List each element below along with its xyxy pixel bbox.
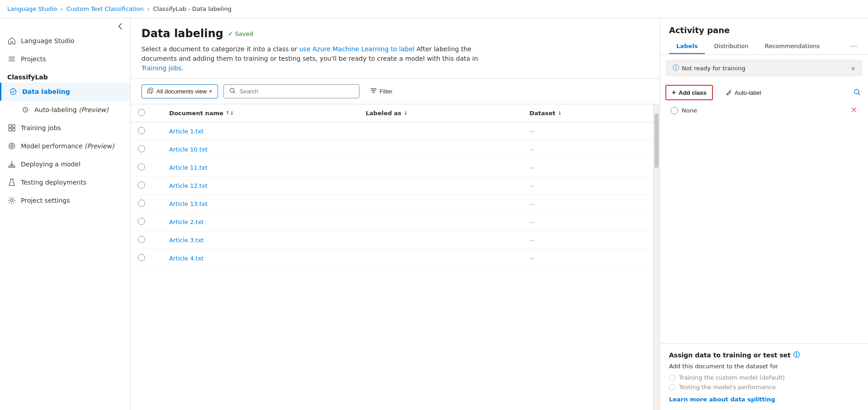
- dataset-cell: --: [522, 122, 653, 141]
- add-class-label: Add class: [679, 89, 706, 96]
- sidebar-item-testing-deployments[interactable]: Testing deployments: [0, 173, 130, 191]
- doc-link-4[interactable]: Article 13.txt: [169, 200, 207, 207]
- training-radio[interactable]: [669, 375, 675, 381]
- svg-point-17: [854, 89, 859, 94]
- data-labeling-icon: [9, 87, 18, 96]
- table-row: Article 11.txt --: [131, 159, 653, 177]
- sidebar-deploying-label: Deploying a model: [21, 161, 81, 168]
- filter-button[interactable]: Filter: [365, 85, 398, 98]
- doc-name-cell: Article 10.txt: [162, 141, 358, 159]
- row-radio-6[interactable]: [138, 236, 145, 243]
- table-container: Document name ↑↓ Labeled as ↓: [131, 104, 653, 410]
- training-status-row[interactable]: ⓘ Not ready for training ∨: [665, 59, 863, 77]
- wand-icon: [726, 89, 732, 97]
- row-radio-2[interactable]: [138, 163, 145, 171]
- doc-link-2[interactable]: Article 11.txt: [169, 164, 207, 171]
- col-header-name[interactable]: Document name ↑↓: [162, 104, 358, 122]
- doc-name-cell: Article 11.txt: [162, 159, 358, 177]
- collapse-button[interactable]: [0, 18, 130, 32]
- assign-title: Assign data to training or test set ⓘ: [669, 351, 859, 359]
- row-radio-3[interactable]: [138, 181, 145, 189]
- toolbar: All documents view ▾ Filter: [131, 79, 659, 104]
- doc-link-3[interactable]: Article 12.txt: [169, 182, 207, 189]
- doc-link-5[interactable]: Article 2.txt: [169, 219, 204, 225]
- dataset-sort-icon: ↓: [558, 110, 562, 116]
- doc-link-6[interactable]: Article 3.txt: [169, 237, 204, 244]
- tab-recommendations[interactable]: Recommendations: [757, 39, 827, 54]
- sidebar-item-language-studio[interactable]: Language Studio: [0, 32, 130, 50]
- row-radio-5[interactable]: [138, 218, 145, 225]
- labeled-cell: [359, 141, 522, 159]
- sidebar-item-projects[interactable]: Projects: [0, 50, 130, 68]
- svg-rect-7: [12, 128, 15, 131]
- auto-label-button[interactable]: Auto-label: [720, 86, 767, 99]
- sidebar-data-labeling-label: Data labeling: [22, 88, 70, 95]
- settings-icon: [7, 196, 16, 205]
- row-radio-7[interactable]: [138, 254, 145, 261]
- auto-label-label: Auto-label: [735, 89, 761, 96]
- search-icon: [229, 88, 236, 95]
- col-header-dataset[interactable]: Dataset ↓: [522, 104, 653, 122]
- none-label: None: [682, 107, 697, 114]
- sidebar: Language Studio Projects ClassifyLab Dat…: [0, 18, 131, 410]
- dataset-cell: --: [522, 231, 653, 249]
- dataset-cell: --: [522, 159, 653, 177]
- row-radio-cell: [131, 177, 162, 195]
- scrollbar-thumb[interactable]: [655, 113, 659, 168]
- filter-label: Filter: [379, 88, 393, 95]
- info-icon: ⓘ: [673, 64, 679, 72]
- row-radio-1[interactable]: [138, 145, 145, 152]
- doc-link-7[interactable]: Article 4.txt: [169, 255, 204, 262]
- sidebar-item-deploying-model[interactable]: Deploying a model: [0, 155, 130, 173]
- training-option-row: Training the custom model (default): [669, 374, 859, 381]
- assign-desc: Add this document to the dataset for: [669, 363, 859, 370]
- svg-point-13: [11, 200, 13, 202]
- svg-rect-6: [9, 128, 11, 131]
- dataset-cell: --: [522, 141, 653, 159]
- doc-link-1[interactable]: Article 10.txt: [169, 146, 207, 153]
- breadcrumb-current: ClassifyLab - Data labeling: [153, 5, 232, 12]
- breadcrumb-custom-text[interactable]: Custom Text Classification: [67, 5, 144, 12]
- sidebar-item-auto-labeling[interactable]: Auto-labeling (Preview): [0, 101, 130, 119]
- sidebar-item-project-settings[interactable]: Project settings: [0, 191, 130, 210]
- svg-rect-4: [9, 125, 11, 127]
- view-dropdown[interactable]: All documents view ▾: [141, 84, 218, 98]
- scrollbar[interactable]: [653, 104, 659, 410]
- row-radio-0[interactable]: [138, 127, 145, 134]
- header-checkbox[interactable]: [138, 109, 145, 116]
- right-panel: Activity pane Labels Distribution Recomm…: [659, 18, 868, 410]
- class-list: None: [665, 104, 863, 117]
- svg-rect-5: [12, 125, 15, 127]
- learn-more-link[interactable]: Learn more about data splitting: [669, 396, 775, 403]
- labeled-cell: [359, 177, 522, 195]
- search-input[interactable]: [239, 88, 354, 95]
- row-radio-4[interactable]: [138, 200, 145, 207]
- add-class-button[interactable]: + Add class: [665, 85, 713, 100]
- tab-distribution[interactable]: Distribution: [707, 39, 756, 54]
- search-small-button[interactable]: [852, 87, 863, 99]
- none-radio[interactable]: [671, 107, 678, 114]
- col-header-labeled[interactable]: Labeled as ↓: [359, 104, 522, 122]
- doc-name-cell: Article 2.txt: [162, 213, 358, 231]
- testing-option-label: Testing the model's performance: [679, 384, 776, 390]
- labeled-cell: [359, 195, 522, 213]
- table-row: Article 1.txt --: [131, 122, 653, 141]
- tab-labels[interactable]: Labels: [669, 39, 705, 54]
- sidebar-item-data-labeling[interactable]: Data labeling: [0, 83, 130, 101]
- row-radio-cell: [131, 141, 162, 159]
- row-radio-cell: [131, 122, 162, 141]
- azure-ml-link[interactable]: use Azure Machine Learning to label: [299, 45, 414, 53]
- sidebar-item-training-jobs[interactable]: Training jobs: [0, 119, 130, 137]
- delete-none-button[interactable]: [851, 107, 857, 114]
- plus-icon: +: [672, 88, 676, 97]
- doc-link-0[interactable]: Article 1.txt: [169, 128, 204, 135]
- training-jobs-link[interactable]: Training jobs.: [141, 64, 184, 72]
- doc-name-cell: Article 13.txt: [162, 195, 358, 213]
- tab-more-button[interactable]: ···: [849, 39, 859, 54]
- model-performance-icon: [7, 142, 16, 151]
- sidebar-item-model-performance[interactable]: Model performance (Preview): [0, 137, 130, 155]
- testing-radio[interactable]: [669, 384, 675, 390]
- row-radio-cell: [131, 249, 162, 268]
- breadcrumb-language-studio[interactable]: Language Studio: [7, 5, 57, 12]
- assign-info-icon: ⓘ: [793, 351, 800, 359]
